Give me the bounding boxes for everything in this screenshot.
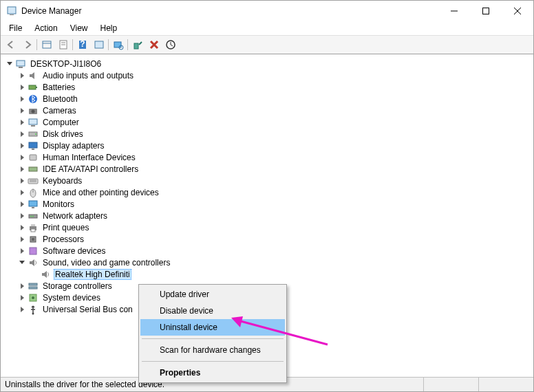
expander-icon[interactable] [18,212,26,220]
expander-spacer [30,270,39,279]
show-hide-button[interactable] [39,37,54,52]
window-title: Device Manager [21,6,438,16]
svg-rect-45 [31,229,35,232]
context-menu-item[interactable]: Properties [140,364,285,381]
tree-category[interactable]: Software devices [6,245,533,257]
expander-icon[interactable] [18,118,26,127]
software-icon [28,246,39,257]
context-menu-item[interactable]: Update driver [140,286,285,303]
expander-icon[interactable] [18,142,26,150]
expander-icon[interactable] [18,177,26,185]
storage-icon [28,281,39,292]
usb-icon [28,304,39,315]
menu-view[interactable]: View [65,22,94,34]
expander-icon[interactable] [18,305,26,314]
expander-icon[interactable] [6,60,14,68]
tree-category[interactable]: Processors [6,233,533,245]
status-cell-2 [478,378,533,391]
close-button[interactable] [502,1,533,21]
expander-icon[interactable] [18,282,26,290]
expander-icon[interactable] [18,165,26,173]
context-menu-item[interactable]: Uninstall device [140,319,285,336]
svg-rect-50 [29,287,37,289]
expander-icon[interactable] [18,247,26,255]
tree-category-label: Network adapters [41,211,109,221]
tree-root[interactable]: DESKTOP-JI1I8O6 [6,58,533,69]
tree-category[interactable]: Monitors [6,198,533,210]
tree-category-label: Bluetooth [41,94,79,104]
tree-category[interactable]: Keyboards [6,175,533,186]
back-button[interactable] [3,37,19,52]
maximize-button[interactable] [470,1,502,21]
svg-rect-30 [32,149,34,150]
tree-category[interactable]: Batteries [6,81,533,93]
expander-icon[interactable] [18,224,26,232]
svg-rect-32 [29,167,37,171]
sound-icon [28,257,39,268]
svg-rect-20 [29,85,36,89]
tree-category[interactable]: IDE ATA/ATAPI controllers [6,163,533,175]
titlebar: Device Manager [1,1,533,21]
battery-icon [28,82,39,93]
expander-icon[interactable] [18,83,26,91]
svg-rect-44 [31,224,35,226]
tree-category[interactable]: Mice and other pointing devices [6,186,533,198]
tree-category[interactable]: Sound, video and game controllers [6,257,533,268]
forward-button[interactable] [20,37,35,52]
uninstall-button[interactable] [147,37,162,52]
tree-category-label: Keyboards [41,176,83,186]
expander-icon[interactable] [18,294,26,302]
menu-help[interactable]: Help [95,22,123,34]
svg-rect-21 [36,87,37,88]
tree-category-label: Batteries [41,83,76,92]
context-menu-item[interactable]: Scan for hardware changes [140,342,285,358]
expander-icon[interactable] [18,235,26,243]
svg-rect-25 [29,119,37,124]
expander-icon[interactable] [18,130,26,138]
scan-hardware-button[interactable] [111,37,126,52]
tree-category[interactable]: Human Interface Devices [6,151,533,163]
update-driver-button[interactable] [163,37,178,52]
tree-category[interactable]: Network adapters [6,210,533,221]
svg-rect-3 [483,8,489,14]
svg-rect-1 [10,14,14,15]
properties-button[interactable] [56,37,71,52]
tree-category-label: Cameras [41,106,78,116]
tree-category[interactable]: Cameras [6,105,533,116]
tree-category[interactable]: Bluetooth [6,93,533,105]
expander-icon[interactable] [18,72,26,80]
expander-icon[interactable] [18,259,26,267]
tree-category[interactable]: Disk drives [6,128,533,140]
minimize-button[interactable] [438,1,470,21]
svg-point-41 [30,215,32,217]
printer-icon [28,222,39,233]
app-icon [6,6,17,17]
expander-icon[interactable] [18,188,26,197]
tree-category[interactable]: Print queues [6,221,533,233]
context-menu-separator [142,338,284,339]
context-menu-item[interactable]: Disable device [140,303,285,319]
svg-point-53 [32,312,34,314]
tree-category[interactable]: Display adapters [6,140,533,151]
expander-icon[interactable] [18,200,26,208]
camera-icon [28,105,39,116]
expander-icon[interactable] [18,107,26,115]
menu-file[interactable]: File [3,22,28,34]
tree-category[interactable]: Computer [6,116,533,128]
expander-icon[interactable] [18,95,26,103]
help-button[interactable]: ? [75,37,90,52]
tree-device-selected[interactable]: Realtek High Definiti [6,268,533,280]
expander-icon[interactable] [18,153,26,162]
ide-icon [28,164,39,175]
tree-device-label: Realtek High Definiti [54,269,131,280]
system-icon [28,292,39,303]
tree-category[interactable]: Audio inputs and outputs [6,69,533,81]
svg-point-42 [32,215,34,217]
menu-action[interactable]: Action [29,22,63,34]
action-button[interactable] [92,37,107,52]
svg-rect-6 [43,41,51,48]
computer-icon [15,58,26,69]
bluetooth-icon [28,94,39,105]
enable-button[interactable] [130,37,145,52]
svg-rect-31 [30,155,36,160]
